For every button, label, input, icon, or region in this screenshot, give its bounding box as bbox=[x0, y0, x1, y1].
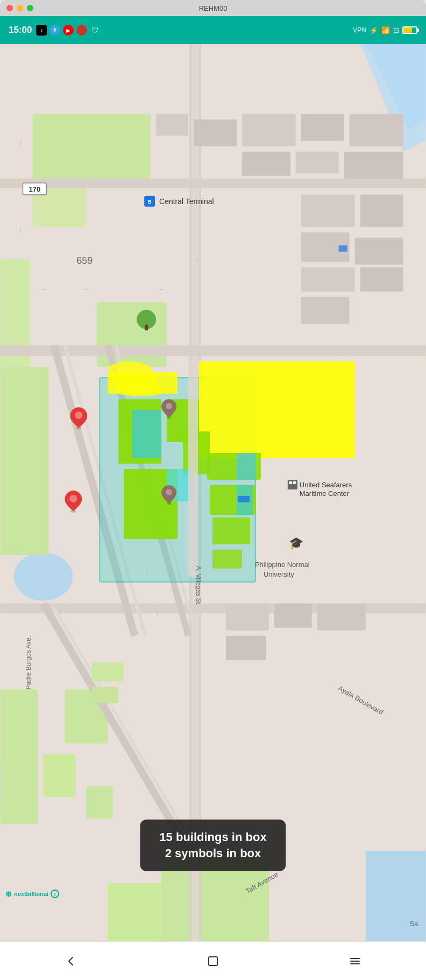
attribution-info-button[interactable]: i bbox=[51, 890, 59, 898]
central-terminal-label: Central Terminal bbox=[159, 197, 214, 206]
status-right: VPN ⚡ 📶 ⊡ bbox=[353, 26, 417, 34]
pnu-label1: Philippine Normal bbox=[255, 561, 310, 569]
svg-text:↓: ↓ bbox=[188, 609, 191, 615]
cast-icon: ⊡ bbox=[393, 26, 399, 34]
youtube-icon: ▶ bbox=[63, 25, 74, 36]
svg-point-3 bbox=[13, 552, 73, 601]
svg-rect-80 bbox=[288, 480, 297, 489]
home-button[interactable] bbox=[202, 950, 224, 972]
bluetooth-icon: ⚡ bbox=[370, 26, 378, 34]
svg-rect-42 bbox=[350, 114, 403, 146]
svg-text:←: ← bbox=[83, 286, 89, 292]
svg-rect-51 bbox=[360, 268, 403, 292]
svg-point-93 bbox=[166, 489, 172, 495]
svg-rect-94 bbox=[209, 957, 217, 965]
map-svg: ← ← ← ← ← ← ↓ ↓ ↓ ↓ ↑ ↑ bbox=[0, 44, 426, 941]
svg-rect-17 bbox=[0, 179, 425, 188]
svg-text:🎓: 🎓 bbox=[289, 536, 304, 550]
pnu-label2: University bbox=[264, 570, 294, 578]
svg-text:←: ← bbox=[16, 226, 24, 233]
a-villegas-label: A. Villegas St. bbox=[195, 566, 202, 606]
svg-rect-55 bbox=[317, 604, 366, 631]
maximize-button[interactable] bbox=[27, 5, 33, 11]
window-title: REHM00 bbox=[199, 4, 228, 12]
svg-rect-12 bbox=[0, 690, 38, 824]
seafarers-label1: United Seafarers bbox=[300, 481, 352, 489]
padre-burgos-label: Padre Burgos Ave. bbox=[25, 636, 32, 690]
svg-rect-72 bbox=[237, 453, 255, 480]
map-attribution[interactable]: ⊕ nextbillionai i bbox=[5, 890, 59, 898]
telegram-icon: ✈ bbox=[49, 25, 60, 36]
svg-rect-66 bbox=[132, 410, 161, 458]
status-bar: 15:00 ♪ ✈ ▶ 🛡 VPN ⚡ 📶 ⊡ bbox=[0, 16, 426, 44]
svg-rect-46 bbox=[301, 195, 355, 227]
road-170-label: 170 bbox=[29, 185, 41, 193]
svg-rect-70 bbox=[212, 517, 250, 544]
svg-rect-8 bbox=[97, 302, 167, 367]
svg-text:←: ← bbox=[16, 139, 24, 146]
seafarers-label2: Maritime Center bbox=[300, 489, 350, 498]
svg-text:↓: ↓ bbox=[156, 609, 159, 615]
svg-text:B: B bbox=[148, 199, 152, 205]
svg-rect-56 bbox=[226, 636, 266, 660]
svg-rect-84 bbox=[339, 246, 347, 252]
tiktok-icon: ♪ bbox=[36, 25, 47, 36]
svg-rect-50 bbox=[301, 268, 355, 292]
map-tooltip: 15 buildings in box 2 symbols in box bbox=[140, 820, 286, 871]
svg-rect-60 bbox=[199, 361, 355, 458]
tooltip-line1: 15 buildings in box bbox=[159, 830, 266, 844]
phone-container: 15:00 ♪ ✈ ▶ 🛡 VPN ⚡ 📶 ⊡ bbox=[0, 16, 426, 980]
bottom-nav bbox=[0, 941, 426, 980]
battery-icon bbox=[402, 26, 417, 34]
svg-rect-79 bbox=[145, 325, 148, 330]
svg-rect-6 bbox=[32, 114, 151, 179]
close-button[interactable] bbox=[6, 5, 13, 11]
svg-rect-38 bbox=[156, 114, 188, 136]
map-container[interactable]: ← ← ← ← ← ← ↓ ↓ ↓ ↓ ↑ ↑ bbox=[0, 44, 426, 941]
svg-rect-10 bbox=[43, 754, 75, 797]
status-time: 15:00 bbox=[9, 25, 32, 36]
minimize-button[interactable] bbox=[17, 5, 23, 11]
menu-icon bbox=[349, 955, 361, 967]
svg-rect-54 bbox=[274, 604, 312, 628]
menu-button[interactable] bbox=[344, 950, 366, 972]
partial-label: Sa bbox=[410, 920, 419, 928]
back-button[interactable] bbox=[60, 950, 82, 972]
status-left: 15:00 ♪ ✈ ▶ 🛡 bbox=[9, 25, 101, 36]
svg-point-87 bbox=[75, 411, 82, 419]
svg-point-91 bbox=[166, 403, 172, 409]
svg-rect-71 bbox=[212, 550, 242, 569]
svg-rect-47 bbox=[360, 195, 403, 227]
road-659-label: 659 bbox=[76, 255, 93, 266]
svg-rect-14 bbox=[108, 883, 161, 941]
svg-rect-45 bbox=[344, 152, 403, 179]
svg-rect-58 bbox=[91, 687, 118, 703]
svg-rect-49 bbox=[355, 238, 403, 265]
svg-rect-39 bbox=[194, 120, 237, 146]
svg-text:←: ← bbox=[159, 286, 165, 292]
svg-rect-85 bbox=[238, 496, 250, 502]
svg-text:↓: ↓ bbox=[59, 609, 62, 615]
svg-rect-43 bbox=[242, 152, 290, 176]
svg-point-89 bbox=[69, 495, 77, 502]
vpn-icon: VPN bbox=[353, 26, 366, 34]
window-chrome: REHM00 bbox=[0, 0, 426, 16]
svg-text:←: ← bbox=[40, 286, 46, 292]
shield-icon: 🛡 bbox=[90, 25, 101, 36]
svg-rect-74 bbox=[188, 361, 198, 577]
wifi-icon: 📶 bbox=[381, 26, 390, 34]
record-icon bbox=[76, 25, 87, 36]
svg-rect-40 bbox=[242, 114, 296, 146]
back-icon bbox=[65, 955, 77, 967]
svg-rect-44 bbox=[296, 152, 339, 173]
svg-rect-53 bbox=[226, 604, 269, 631]
status-app-icons: ♪ ✈ ▶ 🛡 bbox=[36, 25, 101, 36]
svg-text:↑: ↑ bbox=[194, 260, 200, 262]
home-icon bbox=[207, 955, 219, 967]
svg-rect-82 bbox=[293, 481, 296, 484]
svg-rect-4 bbox=[0, 367, 48, 555]
svg-rect-81 bbox=[289, 481, 292, 484]
svg-rect-57 bbox=[91, 663, 124, 682]
svg-rect-41 bbox=[301, 114, 344, 141]
window-controls bbox=[6, 5, 33, 11]
